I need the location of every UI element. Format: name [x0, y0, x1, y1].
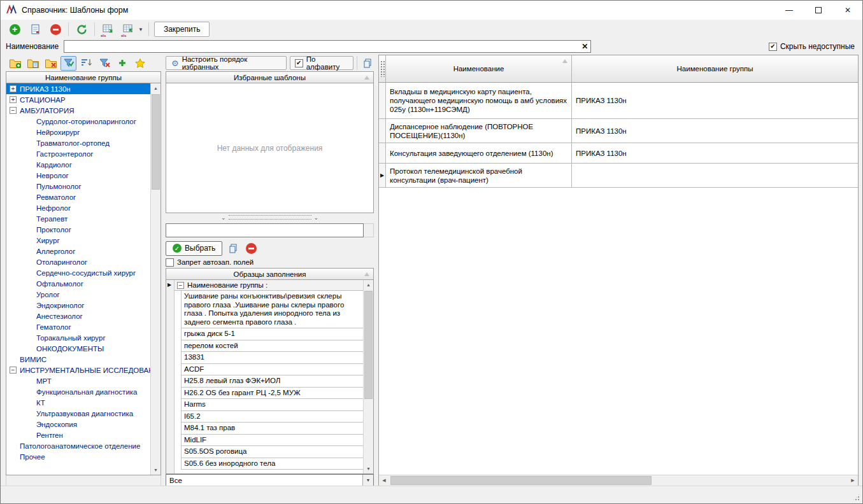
delete-group-button[interactable]	[43, 56, 59, 71]
tree-item[interactable]: Рентген	[6, 430, 150, 440]
add-group-button[interactable]	[7, 56, 23, 71]
sample-row[interactable]: S05.5OS роговица	[181, 446, 363, 458]
refresh-button[interactable]	[74, 22, 89, 37]
tree-item[interactable]: Гематолог	[6, 321, 150, 332]
sample-row[interactable]: Harms	[181, 399, 363, 411]
clear-filter-button[interactable]	[96, 56, 112, 71]
samples-scrollbar[interactable]: ▲ ▼	[363, 280, 373, 473]
sample-row[interactable]: перелом костей	[181, 340, 363, 353]
tree-item[interactable]: ОНКОДОКУМЕНТЫ	[6, 343, 150, 354]
scroll-left-icon[interactable]: ◀	[379, 475, 389, 486]
tree-item[interactable]: Офтальмолог	[6, 278, 150, 289]
scroll-thumb[interactable]	[364, 291, 373, 399]
favorite-button[interactable]	[132, 56, 148, 71]
expand-icon[interactable]: +	[10, 85, 17, 92]
tree-item[interactable]: Ультразвуковая диагностика	[6, 408, 150, 419]
template-search-input[interactable]	[166, 223, 364, 237]
delete-sample-button[interactable]	[244, 241, 258, 255]
tree-item[interactable]: Ревматолог	[6, 192, 150, 202]
tree-item[interactable]: Патологоанатомическое отделение	[6, 440, 150, 451]
name-filter-input[interactable]	[64, 41, 579, 52]
scroll-right-icon[interactable]: ▶	[848, 475, 858, 486]
tree-item[interactable]: Сердечно-сосудистый хирург	[6, 267, 150, 278]
tree-item[interactable]: Отоларинголог	[6, 256, 150, 267]
sample-row[interactable]: грыжа диск 5-1	[181, 328, 363, 340]
tree-item[interactable]: Торакальный хирург	[6, 332, 150, 343]
table-row[interactable]: Консультация заведующего отделением (113…	[379, 143, 858, 164]
sample-row[interactable]: M84.1 таз прав	[181, 423, 363, 435]
tree-item[interactable]: Сурдолог-оториноларинголог	[6, 116, 150, 127]
tree-item[interactable]: Травматолог-ортопед	[6, 137, 150, 148]
no-autofill-checkbox[interactable]: Запрет автозап. полей	[166, 256, 374, 268]
scroll-track[interactable]	[364, 290, 373, 464]
collapse-icon[interactable]: −	[10, 367, 17, 374]
expand-icon[interactable]: +	[10, 96, 17, 103]
sample-row[interactable]: S05.6 без инородного тела	[181, 458, 363, 470]
scroll-down-icon[interactable]: ▼	[364, 464, 373, 473]
delete-button[interactable]	[48, 22, 63, 37]
close-button[interactable]: ✕	[833, 1, 862, 20]
chevron-down-icon[interactable]: ▼	[362, 475, 373, 486]
select-button[interactable]: ✓ Выбрать	[166, 241, 222, 256]
tree-item[interactable]: Пульмонолог	[6, 181, 150, 192]
alphabet-checkbox[interactable]: По алфавиту	[290, 56, 353, 70]
scroll-track[interactable]	[389, 475, 848, 486]
tree-item[interactable]: Прочее	[6, 451, 150, 462]
tree-item[interactable]: Уролог	[6, 289, 150, 300]
scroll-track[interactable]	[151, 93, 160, 465]
chevron-down-icon[interactable]: ▼	[138, 27, 143, 32]
favorites-header[interactable]: Избранные шаблоны	[166, 71, 374, 83]
tree-item[interactable]: Невролог	[6, 170, 150, 181]
sample-row[interactable]: I65.2	[181, 411, 363, 423]
pin-button[interactable]: Закрепить	[154, 22, 210, 37]
tree-item[interactable]: Функциональная диагностика	[6, 386, 150, 397]
splitter-handle[interactable]: ⌄ ⌄	[221, 214, 318, 221]
tree-item[interactable]: Проктолог	[6, 224, 150, 235]
tree-item[interactable]: + ПРИКАЗ 1130н	[6, 83, 150, 94]
tree-item[interactable]: Аллерголог	[6, 246, 150, 256]
tree-item[interactable]: МРТ	[6, 375, 150, 386]
edit-button[interactable]	[27, 22, 43, 37]
tree-item[interactable]: Нейрохирург	[6, 127, 150, 137]
splitter-bar[interactable]: ⌄ ⌄	[166, 213, 374, 221]
collapse-icon[interactable]: −	[10, 107, 17, 114]
filter-toggle-button[interactable]	[61, 56, 76, 71]
scroll-up-icon[interactable]: ▲	[151, 83, 160, 93]
tree-item[interactable]: Хирург	[6, 235, 150, 246]
copy-templates-button[interactable]	[360, 56, 374, 70]
tree-item[interactable]: + СТАЦИОНАР	[6, 94, 150, 105]
resize-grip[interactable]	[852, 493, 860, 501]
minimize-button[interactable]: —	[774, 1, 804, 20]
add-button[interactable]: +	[7, 22, 22, 37]
table-row[interactable]: ▶ Протокол телемедицинской врачебной кон…	[379, 164, 858, 188]
tree-item[interactable]: Гастроэнтеролог	[6, 148, 150, 159]
group-tree-header[interactable]: Наименование группы	[6, 71, 161, 83]
templates-hscrollbar[interactable]: ◀ ▶	[379, 475, 858, 486]
samples-group-row[interactable]: − Наименование группы :	[175, 280, 363, 291]
scroll-up-icon[interactable]: ▲	[364, 280, 373, 290]
column-header-name[interactable]: Наименование	[386, 55, 572, 83]
scroll-thumb[interactable]	[152, 94, 160, 190]
samples-filter-select[interactable]: Все ▼	[166, 474, 374, 486]
edit-group-button[interactable]	[25, 56, 41, 71]
tree-scrollbar[interactable]: ▲ ▼	[150, 83, 160, 475]
table-row[interactable]: Вкладыш в медицинскую карту пациента, по…	[379, 83, 858, 119]
scroll-down-icon[interactable]: ▼	[151, 465, 160, 475]
sample-row[interactable]: H25.8 левый глаз ФЭК+ИОЛ	[181, 375, 363, 388]
tree-item[interactable]: Терапевт	[6, 213, 150, 224]
tree-item[interactable]: Нефролог	[6, 202, 150, 213]
tree-item[interactable]: − ИНСТРУМЕНТАЛЬНЫЕ ИССЛЕДОВАНИЯ	[6, 365, 150, 375]
tree-item[interactable]: − АМБУЛАТОРИЯ	[6, 105, 150, 116]
copy-sample-button[interactable]	[226, 241, 240, 255]
tree-item[interactable]: Анестезиолог	[6, 311, 150, 321]
column-header-group[interactable]: Наименование группы	[572, 55, 858, 83]
hide-unavailable-checkbox[interactable]: Скрыть недоступные	[769, 42, 857, 51]
sample-row[interactable]: ACDF	[181, 364, 363, 376]
configure-favorites-button[interactable]: ⚙ Настроить порядок избранных	[166, 56, 287, 70]
sort-button[interactable]	[78, 56, 94, 71]
tree-item[interactable]: ВИМИС	[6, 354, 150, 365]
sample-row[interactable]: 13831	[181, 352, 363, 364]
sample-row[interactable]: Ушивание раны конъюнктивы\ревизия склеры…	[181, 291, 363, 328]
scroll-thumb[interactable]	[390, 476, 652, 485]
add-favorite-button[interactable]	[114, 56, 130, 71]
